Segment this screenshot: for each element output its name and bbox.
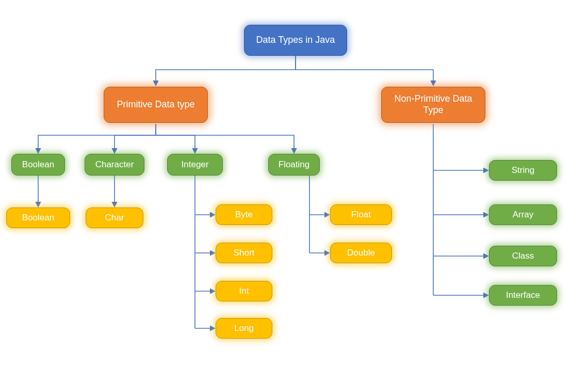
leaf-array: Array xyxy=(489,204,557,225)
leaf-string: String xyxy=(489,160,557,181)
leaf-byte: Byte xyxy=(216,204,272,225)
leaf-double: Double xyxy=(330,243,392,263)
root-node: Data Types in Java xyxy=(244,25,347,56)
leaf-long: Long xyxy=(216,318,272,339)
leaf-float: Float xyxy=(330,204,392,225)
leaf-boolean: Boolean xyxy=(6,208,70,228)
leaf-short: Short xyxy=(216,243,272,263)
leaf-class: Class xyxy=(489,246,557,266)
primitive-node: Primitive Data type xyxy=(104,87,208,123)
group-boolean: Boolean xyxy=(11,154,65,176)
leaf-char: Char xyxy=(86,208,143,228)
group-character: Character xyxy=(85,154,144,176)
group-floating: Floating xyxy=(268,154,320,176)
group-integer: Integer xyxy=(167,154,223,176)
leaf-interface: Interface xyxy=(489,285,557,306)
connector-layer xyxy=(0,0,588,382)
leaf-int: Int xyxy=(216,281,272,301)
nonprimitive-node: Non-Primitive Data Type xyxy=(381,87,485,123)
